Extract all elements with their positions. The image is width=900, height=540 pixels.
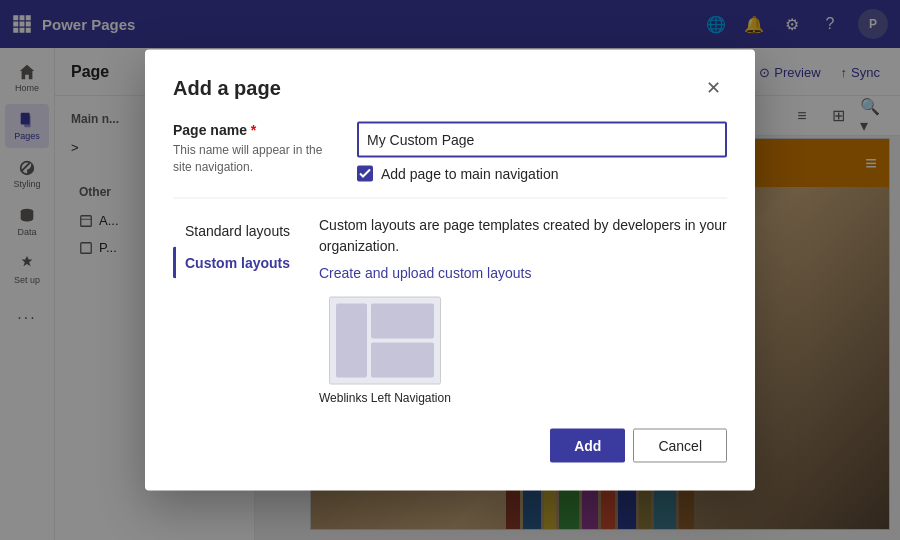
dialog-divider: [173, 198, 727, 199]
custom-layouts-tab[interactable]: Custom layouts: [173, 247, 303, 279]
page-name-label: Page name *: [173, 122, 333, 138]
page-name-hint: This name will appear in the site naviga…: [173, 142, 333, 176]
layout-tab-content: Custom layouts are page templates create…: [303, 215, 727, 405]
add-button[interactable]: Add: [550, 429, 625, 463]
layout-tabs: Standard layouts Custom layouts Custom l…: [173, 215, 727, 405]
dialog-footer: Add Cancel: [173, 429, 727, 463]
layout-thumbnails: Weblinks Left Navigation: [319, 297, 727, 405]
add-page-dialog: Add a page ✕ Page name * This name will …: [145, 50, 755, 491]
nav-checkbox[interactable]: [357, 166, 373, 182]
thumb-block-top: [371, 304, 434, 339]
cancel-button[interactable]: Cancel: [633, 429, 727, 463]
page-name-row: Page name * This name will appear in the…: [173, 122, 727, 182]
required-indicator: *: [251, 122, 256, 138]
page-name-right: Add page to main navigation: [357, 122, 727, 182]
layout-thumb-weblinks[interactable]: Weblinks Left Navigation: [319, 297, 451, 405]
thumb-block-sidebar: [336, 304, 367, 378]
thumb-block-bottom: [371, 343, 434, 378]
standard-layouts-tab[interactable]: Standard layouts: [173, 215, 303, 247]
layout-tab-left: Standard layouts Custom layouts: [173, 215, 303, 405]
layout-thumb-label: Weblinks Left Navigation: [319, 391, 451, 405]
create-upload-link[interactable]: Create and upload custom layouts: [319, 265, 531, 281]
nav-checkbox-label: Add page to main navigation: [381, 166, 558, 182]
page-name-input[interactable]: [357, 122, 727, 158]
layout-thumb-preview: [329, 297, 441, 385]
dialog-title: Add a page: [173, 76, 281, 99]
dialog-close-button[interactable]: ✕: [699, 74, 727, 102]
page-name-left: Page name * This name will appear in the…: [173, 122, 333, 176]
dialog-header: Add a page ✕: [173, 74, 727, 102]
custom-layouts-description: Custom layouts are page templates create…: [319, 215, 727, 257]
checkbox-row: Add page to main navigation: [357, 166, 727, 182]
